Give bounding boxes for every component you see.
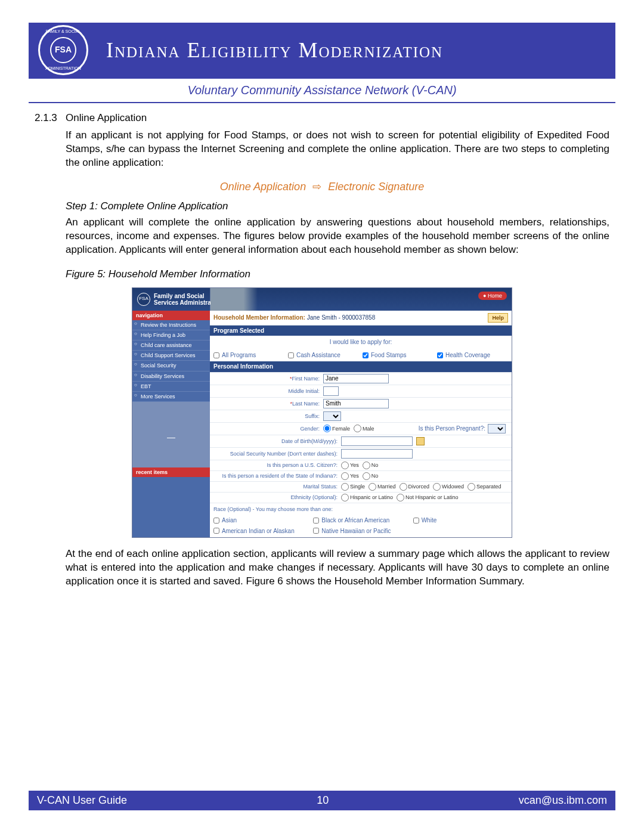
program-cash[interactable]: Cash Assistance <box>288 351 359 360</box>
input-middle-initial[interactable] <box>323 386 339 396</box>
home-label: Home <box>488 293 502 299</box>
label-dob: Date of Birth(M/d/yyyy): <box>210 438 341 445</box>
radio-marital: Single Married Divorced Widowed Separate… <box>341 483 501 491</box>
label-ethnicity: Ethnicity (Optional): <box>210 494 341 501</box>
marital-married[interactable]: Married <box>369 483 396 491</box>
flow-step-1: Online Application <box>220 181 306 193</box>
page-subtitle: Voluntary Community Assistance Network (… <box>29 76 615 103</box>
gender-female[interactable]: Female <box>323 425 350 432</box>
radio-gender: Female Male <box>323 425 374 432</box>
input-last-name[interactable] <box>323 399 389 408</box>
race-row-2: American Indian or Alaskan Native Hawaii… <box>210 526 512 538</box>
step1-heading: Step 1: Complete Online Application <box>66 200 609 213</box>
resident-no[interactable]: No <box>363 472 379 480</box>
program-food-stamps[interactable]: Food Stamps <box>363 351 434 360</box>
race-american-indian[interactable]: American Indian or Alaskan <box>213 527 308 535</box>
program-all[interactable]: All Programs <box>213 351 284 360</box>
cb-health-label: Health Coverage <box>445 351 490 360</box>
input-first-name[interactable] <box>323 374 389 383</box>
input-ssn[interactable] <box>341 449 413 459</box>
race-row-1: Asian Black or African American White <box>210 515 512 526</box>
program-checkbox-row: All Programs Cash Assistance Food Stamps… <box>210 349 512 362</box>
app-banner-seal-icon: FSA <box>137 293 150 306</box>
select-suffix[interactable] <box>323 411 341 421</box>
nav-item-disability[interactable]: Disability Services <box>132 371 210 382</box>
nav-item-social-security[interactable]: Social Security <box>132 361 210 371</box>
label-citizen: Is this person a U.S. Citizen?: <box>210 462 341 469</box>
section-number: 2.1.3 <box>35 112 66 125</box>
marital-widowed[interactable]: Widowed <box>433 483 464 491</box>
collapse-icon: — <box>167 432 175 443</box>
nav-item-child-care[interactable]: Child care assistance <box>132 340 210 351</box>
cb-all-programs[interactable] <box>213 352 219 358</box>
radio-ethnicity: Hispanic or Latino Not Hispanic or Latin… <box>341 494 459 501</box>
help-button[interactable]: Help <box>488 313 508 323</box>
race-header: Race (Optional) - You may choose more th… <box>210 503 512 515</box>
race-empty <box>413 527 508 535</box>
page-main-title: Indiana Eligibility Modernization <box>106 38 443 63</box>
header-bar: FAMILY & SOCIAL FSA ADMINISTRATION India… <box>29 23 615 76</box>
apply-line: I would like to apply for: <box>210 336 512 349</box>
document-body: 2.1.3Online Application If an applicant … <box>29 103 615 589</box>
race-white[interactable]: White <box>413 516 508 525</box>
program-health[interactable]: Health Coverage <box>437 351 508 360</box>
application-screenshot: FSA Family and Social Services Administr… <box>132 287 512 538</box>
page-footer: V-CAN User Guide 10 vcan@us.ibm.com <box>29 791 615 810</box>
banner-photo <box>210 288 258 311</box>
after-figure-paragraph: At the end of each online application se… <box>66 547 609 589</box>
input-dob[interactable] <box>341 436 413 446</box>
nav-collapse[interactable]: — <box>132 402 210 467</box>
label-last-name: *Last Name: <box>210 400 323 407</box>
label-gender: Gender: <box>210 425 323 432</box>
race-native-hawaiian[interactable]: Native Hawaiian or Pacific <box>313 527 408 535</box>
resident-yes[interactable]: Yes <box>341 472 359 480</box>
section-intro: If an applicant is not applying for Food… <box>66 129 609 170</box>
home-button[interactable]: ● Home <box>478 292 507 300</box>
app-banner: FSA Family and Social Services Administr… <box>132 288 512 311</box>
marital-single[interactable]: Single <box>341 483 365 491</box>
cb-food-stamps[interactable] <box>363 352 369 358</box>
program-selected-bar: Program Selected <box>210 326 512 336</box>
cb-all-label: All Programs <box>222 351 256 360</box>
nav-item-ebt[interactable]: EBT <box>132 382 210 392</box>
citizen-no[interactable]: No <box>363 462 379 469</box>
nav-item-review-instructions[interactable]: Review the Instructions <box>132 320 210 330</box>
gender-male[interactable]: Male <box>354 425 374 432</box>
race-asian[interactable]: Asian <box>213 516 308 525</box>
app-main-panel: Household Member Information: Jane Smith… <box>210 311 512 537</box>
panel-title: Household Member Information: Jane Smith… <box>213 314 375 322</box>
nav-item-more-services[interactable]: More Services <box>132 392 210 402</box>
cb-cash[interactable] <box>288 352 294 358</box>
radio-female[interactable] <box>323 425 331 432</box>
radio-citizen: Yes No <box>341 462 378 469</box>
nav-heading: navigation <box>132 311 210 320</box>
recent-items-heading: recent items <box>132 467 210 477</box>
step1-body: An applicant will complete the online ap… <box>66 216 609 257</box>
nav-item-child-support[interactable]: Child Support Services <box>132 351 210 361</box>
select-pregnant[interactable] <box>488 424 506 433</box>
process-flow: Online Application ⇨ Electronic Signatur… <box>35 179 609 194</box>
footer-left: V-CAN User Guide <box>37 794 127 807</box>
footer-email: vcan@us.ibm.com <box>519 794 607 807</box>
radio-male[interactable] <box>354 425 361 432</box>
label-ssn: Social Security Number (Don't enter dash… <box>210 450 341 457</box>
seal-text-top: FAMILY & SOCIAL <box>46 29 81 34</box>
label-marital: Marital Status: <box>210 483 341 490</box>
panel-title-prefix: Household Member Information: <box>213 314 305 321</box>
section-title: Online Application <box>66 112 147 123</box>
cb-health[interactable] <box>437 352 443 358</box>
personal-info-bar: Personal Information <box>210 361 512 372</box>
calendar-icon[interactable] <box>416 437 425 445</box>
nav-item-help-finding-job[interactable]: Help Finding a Job <box>132 330 210 340</box>
marital-separated[interactable]: Separated <box>467 483 501 491</box>
flow-arrow-icon: ⇨ <box>312 181 321 193</box>
race-black[interactable]: Black or African American <box>313 516 408 525</box>
flow-step-2: Electronic Signature <box>328 181 424 193</box>
eth-not-hispanic[interactable]: Not Hispanic or Latino <box>397 494 459 501</box>
citizen-yes[interactable]: Yes <box>341 462 359 469</box>
marital-divorced[interactable]: Divorced <box>400 483 430 491</box>
seal-abbr: FSA <box>50 37 76 63</box>
label-pregnant: Is this Person Pregnant?: <box>419 425 485 433</box>
label-resident: Is this person a resident of the State o… <box>210 472 341 479</box>
eth-hispanic[interactable]: Hispanic or Latino <box>341 494 393 501</box>
